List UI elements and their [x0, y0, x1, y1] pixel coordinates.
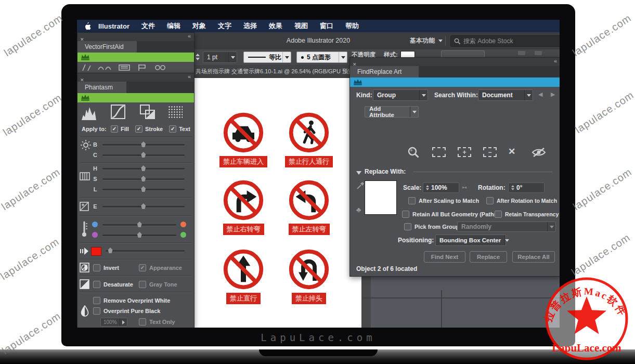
replace-button[interactable]: Replace: [470, 251, 507, 263]
hue-slider[interactable]: [102, 168, 185, 170]
slider-thumb[interactable]: [141, 165, 146, 171]
lightness-slider[interactable]: [102, 189, 185, 190]
remove-overprint-white-checkbox[interactable]: [93, 297, 100, 304]
replace-swatch[interactable]: [365, 180, 397, 215]
menu-item-object[interactable]: 对象: [192, 21, 206, 31]
rotation-stepper[interactable]: 0°: [508, 183, 545, 193]
menu-item-effect[interactable]: 效果: [269, 21, 282, 31]
fill-checkbox[interactable]: [111, 125, 118, 133]
sign-no-vehicles[interactable]: 禁止车辆进入: [218, 111, 268, 167]
text-checkbox[interactable]: [169, 125, 176, 133]
stroke-weight-field[interactable]: 1 pt: [203, 51, 237, 63]
after-rotation-checkbox[interactable]: [486, 197, 494, 204]
collapse-icon[interactable]: [188, 33, 191, 39]
sign-no-straight[interactable]: 禁止直行: [218, 248, 268, 304]
tint-color-swatch[interactable]: [91, 247, 101, 256]
stepper-arrows-icon[interactable]: [426, 185, 429, 190]
stroke-weight-stepper[interactable]: [196, 54, 200, 60]
deselect-icon[interactable]: [508, 146, 515, 157]
tab-findreplace-art[interactable]: FindReplace Art: [350, 66, 419, 77]
positioning-dropdown[interactable]: Bounding Box Center: [435, 235, 506, 246]
vectorfirstaid-tools-icons[interactable]: [81, 63, 191, 72]
menu-item-window[interactable]: 窗口: [320, 21, 333, 31]
text-only-checkbox[interactable]: [139, 318, 146, 326]
menu-item-view[interactable]: 视图: [294, 21, 308, 31]
duotone-icon[interactable]: [140, 105, 155, 119]
add-attribute-button[interactable]: Add Attribute: [365, 106, 419, 118]
curves-icon[interactable]: [111, 105, 125, 119]
previous-icon[interactable]: [538, 91, 542, 98]
find-zoom-icon[interactable]: [407, 146, 420, 161]
disclosure-triangle-icon[interactable]: [356, 171, 361, 175]
stepper-arrows-icon[interactable]: [511, 185, 514, 190]
retain-transparency-checkbox[interactable]: [495, 211, 502, 218]
sign-no-u-turn[interactable]: 禁止掉头: [284, 248, 334, 304]
kind-dropdown[interactable]: Group: [373, 89, 428, 101]
saturation-slider[interactable]: [102, 178, 185, 180]
slider-thumb[interactable]: [141, 141, 146, 147]
pick-mode-dropdown[interactable]: Randomly: [457, 222, 556, 232]
menu-item-help[interactable]: 帮助: [345, 21, 359, 31]
invert-checkbox[interactable]: [93, 264, 100, 271]
collapse-icon[interactable]: [554, 58, 557, 64]
slider-thumb[interactable]: [137, 232, 142, 238]
document-tab[interactable]: 共场所指示牌 交通警示牌6.10-1.ai @ 26.54% (RGB/GPU …: [193, 65, 367, 78]
hide-icon[interactable]: [531, 147, 547, 160]
tab-vectorfirstaid[interactable]: VectorFirstAid: [77, 41, 137, 53]
control-bar-icon[interactable]: [535, 51, 542, 55]
halftone-icon[interactable]: [168, 106, 183, 118]
temperature-slider[interactable]: [102, 224, 176, 226]
collapse-icon[interactable]: [188, 73, 191, 80]
overprint-pure-black-checkbox[interactable]: [93, 307, 100, 315]
slider-thumb[interactable]: [108, 248, 113, 253]
tab-phantasm[interactable]: Phantasm: [77, 82, 126, 93]
desaturate-checkbox[interactable]: [93, 281, 100, 288]
gray-tone-checkbox[interactable]: [139, 281, 146, 288]
stock-search-input[interactable]: 搜索 Adobe Stock: [450, 35, 560, 47]
menu-item-type[interactable]: 文字: [218, 21, 231, 31]
exposure-slider[interactable]: [102, 206, 185, 207]
slider-thumb[interactable]: [141, 176, 146, 181]
chevron-down-icon[interactable]: [339, 52, 347, 62]
chevron-down-icon[interactable]: [282, 52, 291, 62]
next-icon[interactable]: [551, 91, 555, 98]
brightness-slider[interactable]: [102, 144, 185, 146]
stroke-profile-dropdown[interactable]: 等比: [243, 51, 291, 63]
sign-no-right-turn[interactable]: 禁止右转弯: [218, 178, 268, 235]
menu-app-name[interactable]: Illustrator: [98, 22, 129, 30]
stroke-checkbox[interactable]: [135, 125, 142, 133]
menu-item-edit[interactable]: 编辑: [167, 21, 180, 31]
symbol-icon[interactable]: [356, 205, 361, 214]
appearance-checkbox[interactable]: [139, 264, 146, 271]
contrast-slider[interactable]: [102, 154, 185, 156]
levels-icon[interactable]: [82, 106, 97, 120]
link-scale-rotation-icon[interactable]: [462, 185, 466, 190]
control-bar-icon[interactable]: [518, 51, 525, 55]
after-scaling-checkbox[interactable]: [408, 197, 416, 204]
control-bar-button[interactable]: [441, 50, 485, 58]
retain-geometry-checkbox[interactable]: [402, 211, 409, 218]
eyedropper-icon[interactable]: [356, 181, 365, 192]
pick-from-group-checkbox[interactable]: [404, 223, 411, 230]
sign-no-pedestrians[interactable]: 禁止行人通行: [284, 111, 334, 167]
replace-all-button[interactable]: Replace All: [512, 251, 555, 263]
select-icon[interactable]: [432, 147, 446, 157]
sign-no-left-turn[interactable]: 禁止左转弯: [284, 178, 334, 235]
slider-thumb[interactable]: [141, 186, 146, 192]
menu-item-select[interactable]: 选择: [243, 21, 257, 31]
subtract-from-selection-icon[interactable]: −: [483, 147, 497, 157]
tint-amount-slider[interactable]: [106, 250, 185, 252]
menu-item-file[interactable]: 文件: [141, 21, 155, 31]
slider-thumb[interactable]: [141, 152, 146, 158]
find-next-button[interactable]: Find Next: [424, 251, 465, 263]
slider-thumb[interactable]: [141, 203, 146, 209]
tint-green-slider[interactable]: [102, 235, 176, 236]
apple-icon[interactable]: [84, 22, 91, 30]
scale-stepper[interactable]: 100%: [423, 183, 459, 193]
chevron-down-icon[interactable]: [228, 52, 237, 62]
overprint-percent-dropdown[interactable]: 100%: [100, 318, 127, 327]
workspace-switcher[interactable]: 基本功能: [410, 36, 443, 46]
add-to-selection-icon[interactable]: +: [458, 147, 471, 157]
slider-thumb[interactable]: [137, 222, 142, 227]
search-within-dropdown[interactable]: Document: [478, 89, 533, 101]
